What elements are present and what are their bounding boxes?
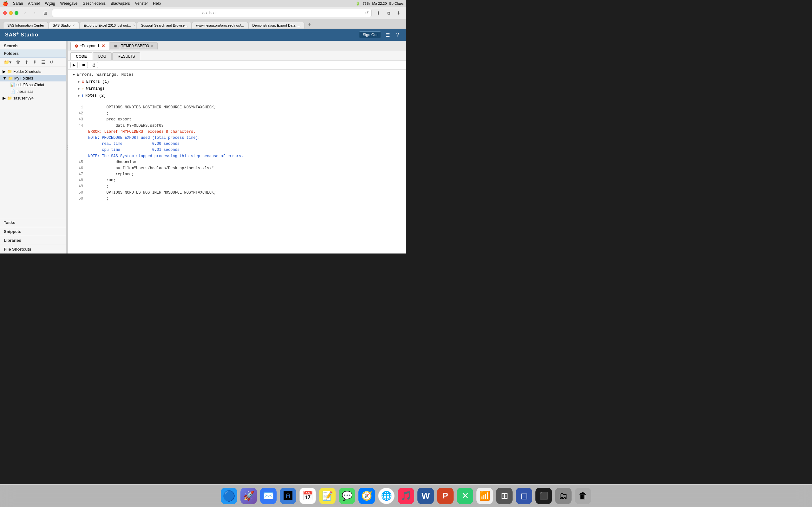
line-num-11: 46 [73,165,83,171]
ssbf03-file-item[interactable]: 📊 ssbf03.sas7bdat [0,81,66,88]
warnings-label: Warnings [86,87,105,91]
reload-button[interactable]: ↺ [365,10,369,15]
my-folders-item[interactable]: ▼ 📁 My Folders [0,75,66,81]
upload-button[interactable]: ⬆ [23,59,30,65]
maximize-window-button[interactable] [14,11,18,15]
tab-close-temp0[interactable]: ✕ [151,44,154,48]
libraries-section[interactable]: Libraries [0,236,66,245]
sas-header-actions: Sign Out ☰ ? [359,32,401,39]
browser-tab-1[interactable]: SAS Studio ✕ [49,22,79,29]
run-button[interactable]: ▶ [70,62,78,68]
tab-label-3: Support Search and Browse... [141,23,188,27]
code-line-14: 49 ; [73,183,401,189]
tab-close-2[interactable]: ✕ [133,24,136,27]
download-button[interactable]: ⬇ [32,59,38,65]
menu-safari[interactable]: Safari [13,1,23,6]
errors-header[interactable]: Errors, Warnings, Notes [73,72,401,78]
status-icons: 🔋 75% Ma 22:20 Bo Claes [356,2,403,6]
line-code-7: cpu time 0.01 seconds [88,147,180,153]
settings-icon[interactable]: ☰ [384,32,392,39]
print-button[interactable]: 🖨 [90,62,98,68]
username: Bo Claes [389,2,403,5]
share-button[interactable]: ⬆ [374,9,383,16]
app-container: SAS® Studio Sign Out ☰ ? Search Folders … [0,29,406,253]
code-tab-code[interactable]: CODE [70,52,92,60]
browser-tab-5[interactable]: Demonstration, Export Data -... [248,22,305,29]
nav-buttons: ‹ › [21,9,39,16]
menu-bladwijzers[interactable]: Bladwijzers [111,1,130,6]
info-icon: ℹ [82,93,84,98]
line-num-14: 49 [73,183,83,189]
refresh-button[interactable]: ↺ [49,59,55,65]
browser-toolbar: ‹ › ⊞ ↺ ⬆ ⧉ ⬇ [0,7,406,19]
tab-label-4: www.nesug.org/proceedings/... [196,23,244,27]
browser-tab-2[interactable]: Export to Excel 2010 just got... ✕ [79,22,136,29]
errors-panel: Errors, Warnings, Notes ⊗ Errors (1) ⚠ W… [68,70,406,102]
code-tab-results[interactable]: RESULTS [112,52,140,60]
menu-archief[interactable]: Archief [28,1,40,6]
line-num-15: 50 [73,190,83,196]
code-tab-log[interactable]: LOG [93,52,112,60]
warnings-item[interactable]: ⚠ Warnings [78,85,396,92]
errors-item[interactable]: ⊗ Errors (1) [78,78,396,85]
browser-tab-0[interactable]: SAS Information Center [3,22,48,29]
sas-logo: SAS® Studio [5,32,38,38]
tab-close-1[interactable]: ✕ [72,24,75,27]
delete-button[interactable]: 🗑 [14,59,21,65]
line-code-4: ERROR: Libref 'MYFOLDERS' exceeds 8 char… [88,129,195,135]
new-folder-button[interactable]: 📁▾ [3,59,13,65]
code-line-4: ERROR: Libref 'MYFOLDERS' exceeds 8 char… [73,129,401,135]
line-code-3: data=MYFOLDERS.ssbf03 [88,123,164,129]
menu-help[interactable]: Help [153,1,161,6]
menu-wijzig[interactable]: Wijzig [45,1,55,6]
line-num-1: 42 [73,111,83,117]
sidebar-toggle-button[interactable]: ⊞ [41,9,49,16]
sasuser-folder-item[interactable]: ▶ 📁 sasuser.v94 [0,95,66,101]
clock: Ma 22:20 [372,2,387,5]
line-num-2: 43 [73,117,83,123]
sas-header: SAS® Studio Sign Out ☰ ? [0,29,406,41]
line-code-0: OPTIONS NONOTES NOSTIMER NOSOURCE NOSYNT… [88,105,216,111]
editor-tab-program1[interactable]: ⊗ *Program 1 ✕ [70,42,109,50]
line-code-13: run; [88,177,115,183]
line-num-0: 1 [73,105,83,111]
close-window-button[interactable] [3,11,7,15]
minimize-window-button[interactable] [9,11,13,15]
menu-venster[interactable]: Venster [135,1,148,6]
browser-chrome: ‹ › ⊞ ↺ ⬆ ⧉ ⬇ SAS Information Center SAS… [0,7,406,29]
new-tab-plus-button[interactable]: + [305,20,314,29]
snippets-section[interactable]: Snippets [0,227,66,236]
browser-tab-4[interactable]: www.nesug.org/proceedings/... [192,22,248,29]
code-line-11: 46 outfile="Users/boclaes/Desktop/thesis… [73,165,401,171]
log-area: Errors, Warnings, Notes ⊗ Errors (1) ⚠ W… [68,70,406,253]
code-line-3: 44 data=MYFOLDERS.ssbf03 [73,123,401,129]
menu-weergave[interactable]: Weergave [60,1,78,6]
code-line-6: real time 0.00 seconds [73,141,401,147]
folder-shortcuts-item[interactable]: ▶ 📁 Folder Shortcuts [0,68,66,75]
notes-item[interactable]: ℹ Notes (2) [78,92,396,99]
editor-tab-temp0[interactable]: ⊞ _TEMP0.SSBF03 ✕ [110,42,158,49]
warning-icon: ⚠ [82,86,84,91]
browser-tab-3[interactable]: Support Search and Browse... [137,22,192,29]
tasks-section[interactable]: Tasks [0,218,66,227]
line-num-7 [73,147,83,153]
line-code-15: OPTIONS NONOTES NOSTIMER NOSOURCE NOSYNT… [88,190,216,196]
line-num-4 [73,129,83,135]
downloads-button[interactable]: ⬇ [395,9,403,16]
menu-geschiedenis[interactable]: Geschiedenis [83,1,106,6]
forward-button[interactable]: › [31,9,39,16]
line-code-5: NOTE: PROCEDURE EXPORT used (Total proce… [88,135,200,141]
thesis-file-item[interactable]: 📄 thesis.sas [0,88,66,95]
sign-out-button[interactable]: Sign Out [359,32,381,38]
back-button[interactable]: ‹ [21,9,29,16]
line-num-6 [73,141,83,147]
tab-error-icon: ⊗ [74,43,78,49]
tab-close-program1[interactable]: ✕ [101,43,105,49]
address-input[interactable] [55,11,363,15]
apple-logo-icon[interactable]: 🍎 [3,1,8,6]
help-icon[interactable]: ? [394,32,401,38]
new-tab-button[interactable]: ⧉ [385,9,393,16]
file-shortcuts-section[interactable]: File Shortcuts [0,245,66,253]
properties-button[interactable]: ☰ [40,59,47,65]
stop-button[interactable]: ⏹ [80,62,88,68]
